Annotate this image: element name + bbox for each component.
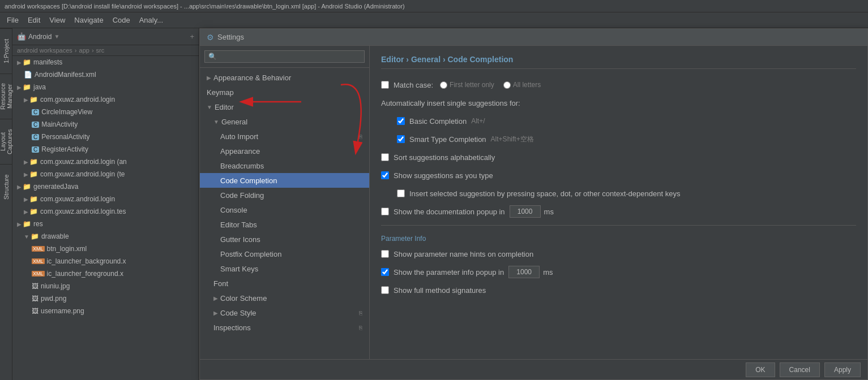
list-item[interactable]: XMLic_launcher_foreground.x (12, 267, 199, 280)
param-ms-label: ms (543, 268, 553, 277)
settings-content: Editor › General › Code Completion Match… (370, 46, 867, 359)
auto-insert-label: Automatically insert single suggestions … (381, 99, 520, 107)
auto-insert-label-row: Automatically insert single suggestions … (381, 96, 856, 110)
nav-item-code-folding[interactable]: Code Folding (200, 188, 369, 202)
expand-icon: ▼ (207, 104, 212, 110)
parameter-info-label: Parameter Info (381, 235, 856, 243)
param-ms-input[interactable] (508, 266, 540, 278)
show-param-name-row: Show parameter name hints on completion (381, 247, 856, 261)
expand-icon: ▶ (207, 75, 211, 81)
settings-icon: ⚙ (207, 33, 214, 42)
show-param-popup-checkbox[interactable] (381, 268, 389, 276)
show-full-method-checkbox[interactable] (381, 286, 389, 294)
list-item[interactable]: CPersonalActivity (12, 131, 199, 143)
list-item[interactable]: 🖼username.png (12, 305, 199, 317)
show-suggestions-checkbox[interactable] (381, 171, 389, 179)
nav-item-inspections[interactable]: Inspections ⎘ (200, 320, 369, 335)
insert-suggestion-row: Insert selected suggestion by pressing s… (381, 187, 856, 200)
menu-view[interactable]: View (45, 15, 70, 25)
list-item[interactable]: 📄AndroidManifest.xml (12, 68, 199, 81)
settings-tree: ▶ Appearance & Behavior Keymap ▼ Editor (200, 46, 370, 359)
side-tab-layout[interactable]: Layout Captures (0, 119, 12, 164)
list-item[interactable]: XMLbtn_login.xml (12, 243, 199, 255)
nav-item-editor-tabs[interactable]: Editor Tabs (200, 217, 369, 232)
list-item[interactable]: ▶📁com.gxuwz.android.login (12, 93, 199, 106)
match-case-checkbox[interactable] (381, 81, 389, 89)
side-tab-structure[interactable]: Structure (0, 164, 12, 209)
nav-item-breadcrumbs[interactable]: Breadcrumbs (200, 158, 369, 173)
menu-analyze[interactable]: Analy... (135, 15, 168, 25)
doc-ms-input[interactable] (510, 205, 541, 218)
match-case-row: Match case: First letter only All letter… (381, 78, 856, 92)
list-item[interactable]: ▶📁manifests (12, 56, 199, 68)
side-tab-project[interactable]: 1:Project (0, 28, 12, 74)
divider (381, 225, 856, 226)
add-icon[interactable]: + (190, 32, 194, 41)
basic-completion-checkbox[interactable] (397, 117, 405, 125)
smart-completion-checkbox[interactable] (397, 135, 405, 143)
list-item[interactable]: ▶📁java (12, 81, 199, 93)
sort-alpha-label: Sort suggestions alphabetically (394, 153, 495, 162)
apply-button[interactable]: Apply (824, 362, 861, 377)
nav-item-keymap[interactable]: Keymap (200, 85, 369, 100)
list-item[interactable]: ▶📁generatedJava (12, 180, 199, 193)
show-param-name-checkbox[interactable] (381, 250, 389, 258)
basic-shortcut: Alt+/ (471, 117, 485, 125)
breadcrumb-general: General (411, 55, 441, 64)
menu-file[interactable]: File (2, 15, 23, 25)
show-doc-checkbox[interactable] (381, 208, 389, 215)
list-item[interactable]: ▶📁com.gxuwz.android.login (te (12, 168, 199, 180)
search-input[interactable] (204, 50, 365, 63)
expand-icon: ▶ (213, 295, 218, 301)
nav-item-console[interactable]: Console (200, 202, 369, 217)
menu-navigate[interactable]: Navigate (70, 15, 108, 25)
list-item[interactable]: ▼📁drawable (12, 230, 199, 243)
show-param-name-label: Show parameter name hints on completion (394, 250, 533, 258)
list-item[interactable]: CMainActivity (12, 118, 199, 131)
list-item[interactable]: ▶📁res (12, 218, 199, 230)
nav-item-auto-import[interactable]: Auto Import ⎘ (200, 129, 369, 144)
list-item[interactable]: ▶📁com.gxuwz.android.login.tes (12, 205, 199, 218)
title-bar: android workspaces [D:\android install f… (0, 0, 868, 12)
project-panel: 🤖 Android ▼ + android workspaces › app ›… (12, 28, 199, 380)
nav-item-appearance[interactable]: Appearance (200, 144, 369, 158)
side-tab-resource[interactable]: Resource Manager (0, 74, 12, 119)
ok-button[interactable]: OK (746, 362, 775, 377)
nav-item-gutter-icons[interactable]: Gutter Icons (200, 232, 369, 247)
all-letters-label: All letters (513, 81, 541, 89)
nav-item-smart-keys[interactable]: Smart Keys (200, 261, 369, 276)
show-full-method-label: Show full method signatures (394, 286, 486, 295)
nav-item-general[interactable]: ▼ General (200, 114, 369, 129)
menu-edit[interactable]: Edit (23, 15, 45, 25)
settings-nav: ▶ Appearance & Behavior Keymap ▼ Editor (200, 68, 369, 359)
smart-completion-row: Smart Type Completion Alt+Shift+空格 (381, 132, 856, 146)
nav-item-code-style[interactable]: ▶ Code Style ⎘ (200, 305, 369, 320)
insert-suggestion-checkbox[interactable] (397, 189, 405, 197)
list-item[interactable]: XMLic_launcher_background.x (12, 255, 199, 267)
sort-alpha-checkbox[interactable] (381, 153, 389, 161)
list-item[interactable]: ▶📁com.gxuwz.android.login (12, 193, 199, 205)
first-letter-radio[interactable] (440, 81, 447, 89)
all-letters-radio[interactable] (503, 81, 511, 89)
dropdown-icon[interactable]: ▼ (54, 33, 59, 40)
project-title: Android (28, 33, 52, 41)
nav-item-editor[interactable]: ▼ Editor (200, 100, 369, 114)
smart-completion-label: Smart Type Completion (409, 135, 486, 144)
expand-icon: ▶ (213, 310, 218, 316)
list-item[interactable]: ▶📁com.gxuwz.android.login (an (12, 156, 199, 168)
list-item[interactable]: CCircleImageView (12, 106, 199, 118)
nav-item-color-scheme[interactable]: ▶ Color Scheme (200, 291, 369, 305)
menu-bar: File Edit View Navigate Code Analy... (0, 12, 868, 28)
list-item[interactable]: 🖼pwd.png (12, 292, 199, 305)
cancel-button[interactable]: Cancel (780, 362, 820, 377)
show-suggestions-row: Show suggestions as you type (381, 169, 856, 182)
list-item[interactable]: CRegisterActivity (12, 143, 199, 156)
project-tree: ▶📁manifests 📄AndroidManifest.xml ▶📁java … (12, 56, 199, 377)
dialog-footer: OK Cancel Apply (200, 359, 867, 379)
list-item[interactable]: 🖼niuniu.jpg (12, 280, 199, 292)
nav-item-appearance-behavior[interactable]: ▶ Appearance & Behavior (200, 70, 369, 85)
nav-item-code-completion[interactable]: Code Completion (200, 173, 369, 188)
nav-item-font[interactable]: Font (200, 276, 369, 291)
menu-code[interactable]: Code (108, 15, 135, 25)
nav-item-postfix-completion[interactable]: Postfix Completion (200, 247, 369, 261)
